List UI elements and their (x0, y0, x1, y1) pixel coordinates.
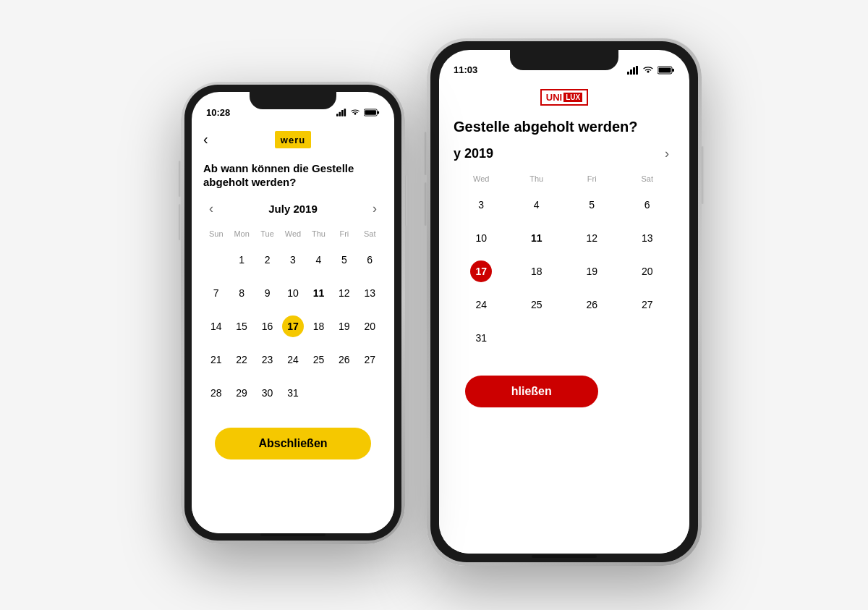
volume-down-front (179, 204, 181, 240)
cal-cell-22[interactable]: 22 (229, 344, 254, 376)
cal-next-back[interactable]: › (659, 143, 675, 164)
cal-cell-30[interactable]: 30 (255, 377, 280, 409)
cal-cell-4[interactable]: 4 (306, 244, 331, 276)
cal-cell-8[interactable]: 8 (229, 277, 254, 309)
day-label-sun: Sun (203, 226, 229, 241)
app-title-back: Gestelle abgeholt werden? (439, 113, 689, 143)
svg-rect-5 (659, 67, 671, 72)
svg-rect-12 (365, 110, 376, 114)
day-label-wed: Wed (280, 226, 305, 241)
day-label-sat-back: Sat (620, 171, 676, 186)
cal-cell-14[interactable]: 14 (203, 310, 229, 342)
svg-rect-7 (336, 114, 339, 117)
cal-cell-back[interactable]: 5 (564, 189, 620, 221)
cal-cell-6[interactable]: 6 (357, 244, 383, 276)
app-title-front: Ab wann können die Gestelle abgeholt wer… (192, 156, 394, 198)
cal-empty (331, 377, 357, 409)
calendar-back: y 2019 › Wed Thu Fri Sat (439, 143, 689, 354)
cal-cell-28[interactable]: 28 (203, 377, 229, 409)
day-label-fri-back: Fri (564, 171, 620, 186)
cal-prev-front[interactable]: ‹ (203, 198, 219, 219)
svg-rect-2 (633, 67, 635, 75)
home-indicator-back (532, 555, 597, 558)
cal-cell-back[interactable]: 4 (509, 189, 565, 221)
signal-icon-front (336, 109, 346, 117)
phone-back: 11:03 (427, 38, 702, 566)
cal-cell-12[interactable]: 12 (331, 277, 357, 309)
cal-cell-7[interactable]: 7 (203, 277, 229, 309)
cal-month-year-front: July 2019 (268, 203, 318, 215)
cal-cell-13[interactable]: 13 (357, 277, 383, 309)
svg-rect-6 (672, 69, 674, 72)
power-back (702, 146, 704, 204)
battery-icon-back (658, 66, 675, 75)
notch-back (510, 50, 618, 70)
cal-cell-3[interactable]: 3 (280, 244, 305, 276)
cal-cell-20[interactable]: 20 (357, 310, 383, 342)
cal-cell-back[interactable]: 26 (564, 289, 620, 321)
cal-cell-27[interactable]: 27 (357, 344, 383, 376)
cal-cell-1[interactable]: 1 (229, 244, 254, 276)
app-header-front: ‹ weru (192, 124, 394, 156)
svg-rect-9 (341, 110, 344, 117)
cal-cell-back[interactable]: 18 (509, 255, 565, 287)
cal-cell-back[interactable]: 10 (454, 222, 509, 254)
cal-cell-17-back[interactable]: 17 (454, 255, 509, 287)
back-button[interactable]: ‹ (203, 131, 208, 148)
cal-cell-26[interactable]: 26 (331, 344, 357, 376)
cal-cell-back[interactable]: 25 (509, 289, 565, 321)
day-label-thu-back: Thu (509, 171, 565, 186)
day-label-mon: Mon (229, 226, 254, 241)
cal-cell-back[interactable]: 20 (620, 255, 676, 287)
cal-cell-empty (509, 322, 565, 354)
cal-cell-empty (564, 322, 620, 354)
cal-cell-21[interactable]: 21 (203, 344, 229, 376)
cal-cell-17[interactable]: 17 (280, 310, 305, 342)
cal-cell-empty (620, 322, 676, 354)
wifi-icon-front (350, 109, 360, 117)
close-button-front[interactable]: Abschließen (215, 428, 371, 459)
cal-cell-back[interactable]: 24 (454, 289, 509, 321)
cal-cell-23[interactable]: 23 (255, 344, 280, 376)
cal-cell-11[interactable]: 11 (306, 277, 331, 309)
logo-unilux: UNI LUX (540, 89, 588, 106)
volume-up-back (425, 132, 427, 175)
cal-cell-18[interactable]: 18 (306, 310, 331, 342)
cal-cell-back[interactable]: 11 (509, 222, 565, 254)
cal-cell-back[interactable]: 13 (620, 222, 676, 254)
close-button-back[interactable]: hließen (465, 376, 598, 407)
cal-empty (203, 244, 229, 276)
status-icons-back (627, 66, 675, 75)
cal-next-front[interactable]: › (367, 198, 383, 219)
day-label-sat: Sat (357, 226, 383, 241)
cal-cell-15[interactable]: 15 (229, 310, 254, 342)
cal-cell-2[interactable]: 2 (255, 244, 280, 276)
cal-cell-9[interactable]: 9 (255, 277, 280, 309)
cal-cell-back[interactable]: 27 (620, 289, 676, 321)
app-content-front: ‹ weru Ab wann können die Gestelle abgeh… (192, 124, 394, 533)
cal-cell-back[interactable]: 19 (564, 255, 620, 287)
cal-cell-29[interactable]: 29 (229, 377, 254, 409)
cal-cell-25[interactable]: 25 (306, 344, 331, 376)
cal-empty (306, 377, 331, 409)
svg-rect-1 (630, 69, 632, 75)
cal-cell-31[interactable]: 31 (280, 377, 305, 409)
cal-cell-back[interactable]: 12 (564, 222, 620, 254)
cal-cell-19[interactable]: 19 (331, 310, 357, 342)
cal-cell-10[interactable]: 10 (280, 277, 305, 309)
notch-front (250, 92, 336, 109)
cal-cell-16[interactable]: 16 (255, 310, 280, 342)
cal-cell-5[interactable]: 5 (331, 244, 357, 276)
cal-cell-back[interactable]: 6 (620, 189, 676, 221)
svg-rect-3 (636, 66, 638, 75)
battery-icon-front (364, 109, 380, 117)
svg-rect-8 (339, 112, 341, 117)
cal-cell-24[interactable]: 24 (280, 344, 305, 376)
time-back: 11:03 (454, 64, 477, 75)
scene: 11:03 (109, 23, 760, 588)
cal-cell-back[interactable]: 3 (454, 189, 509, 221)
day-label-fri: Fri (331, 226, 357, 241)
day-label-tue: Tue (255, 226, 280, 241)
svg-rect-0 (627, 72, 629, 75)
cal-cell-back[interactable]: 31 (454, 322, 509, 354)
